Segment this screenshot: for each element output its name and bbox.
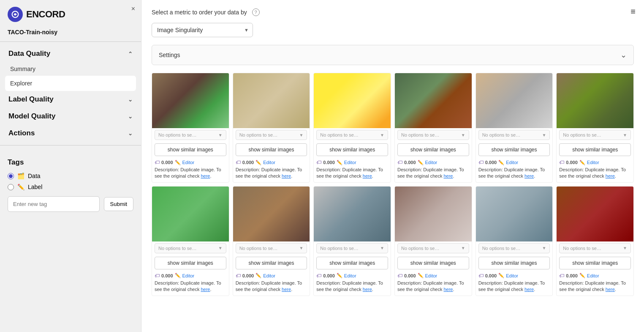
select-arrow-icon: ▼: [542, 133, 546, 137]
chevron-up-icon: ⌃: [128, 51, 133, 57]
hamburger-menu-icon[interactable]: ≡: [630, 7, 636, 16]
image-card: No options to se… ▼ show similar images …: [152, 186, 229, 296]
here-link[interactable]: here: [443, 173, 453, 178]
here-link[interactable]: here: [524, 173, 534, 178]
sidebar-item-explorer[interactable]: Explorer: [5, 76, 136, 91]
card-select[interactable]: No options to se… ▼: [478, 130, 550, 140]
show-similar-button[interactable]: show similar images: [397, 257, 469, 269]
card-select[interactable]: No options to se… ▼: [559, 130, 631, 140]
image-card: No options to se… ▼ show similar images …: [152, 73, 229, 183]
here-link[interactable]: here: [282, 287, 291, 292]
tag-data-emoji: 🗂️: [17, 173, 24, 179]
editor-link[interactable]: Editor: [182, 273, 195, 278]
card-description: Description: Duplicate image. To see the…: [316, 167, 388, 180]
editor-link[interactable]: Editor: [587, 273, 599, 278]
close-button[interactable]: ×: [131, 5, 135, 13]
image-card: No options to se… ▼ show similar images …: [394, 186, 472, 296]
show-similar-button[interactable]: show similar images: [155, 257, 226, 269]
tag-option-label[interactable]: ✏️ Label: [8, 184, 133, 190]
editor-link[interactable]: Editor: [263, 160, 275, 165]
tag-icon: 🏷: [397, 273, 402, 279]
card-score-row: 🏷 0.000 ✏️ Editor: [236, 159, 307, 165]
tag-icon: 🏷: [478, 159, 484, 165]
image-card: No options to se… ▼ show similar images …: [233, 186, 310, 296]
editor-link[interactable]: Editor: [263, 273, 275, 278]
sidebar: × ENCORD TACO-Train-noisy Data Quality ⌃…: [0, 0, 141, 332]
here-link[interactable]: here: [201, 287, 210, 292]
card-score-row: 🏷 0.000 ✏️ Editor: [559, 159, 631, 165]
app-title: ENCORD: [26, 9, 65, 20]
show-similar-button[interactable]: show similar images: [236, 143, 307, 156]
model-quality-header[interactable]: Model Quality ⌄: [5, 108, 136, 125]
show-similar-button[interactable]: show similar images: [478, 257, 550, 269]
show-similar-button[interactable]: show similar images: [236, 257, 307, 269]
editor-link[interactable]: Editor: [506, 160, 518, 165]
sidebar-item-summary[interactable]: Summary: [5, 62, 136, 76]
here-link[interactable]: here: [443, 287, 453, 292]
settings-bar[interactable]: Settings ⌄: [152, 45, 634, 65]
card-description: Description: Duplicate image. To see the…: [559, 167, 631, 180]
tag-icon: 🏷: [236, 273, 241, 279]
card-score: 0.000: [242, 273, 254, 278]
here-link[interactable]: here: [201, 173, 210, 178]
show-similar-button[interactable]: show similar images: [559, 143, 631, 156]
here-link[interactable]: here: [524, 287, 534, 292]
help-icon[interactable]: ?: [252, 8, 260, 16]
here-link[interactable]: here: [282, 173, 291, 178]
tag-input[interactable]: [8, 196, 100, 212]
pencil-icon: ✏️: [255, 273, 261, 278]
here-link[interactable]: here: [606, 173, 615, 178]
card-select[interactable]: No options to se… ▼: [397, 243, 469, 253]
card-select-wrapper: No options to se… ▼: [476, 128, 553, 142]
card-select[interactable]: No options to se… ▼: [478, 243, 550, 253]
show-similar-button[interactable]: show similar images: [316, 257, 388, 269]
card-select[interactable]: No options to se… ▼: [397, 130, 469, 140]
tag-radio-data[interactable]: [8, 173, 14, 179]
show-similar-button[interactable]: show similar images: [559, 257, 631, 269]
editor-link[interactable]: Editor: [344, 160, 356, 165]
show-similar-button[interactable]: show similar images: [316, 143, 388, 156]
tag-option-data[interactable]: 🗂️ Data: [8, 173, 133, 179]
card-score: 0.000: [566, 160, 578, 165]
chevron-down-icon: ⌄: [128, 96, 133, 103]
tag-radio-label[interactable]: [8, 184, 14, 190]
card-select[interactable]: No options to se… ▼: [316, 243, 388, 253]
card-select[interactable]: No options to se… ▼: [155, 243, 226, 253]
tag-icon: 🏷: [478, 273, 484, 279]
card-score-row: 🏷 0.000 ✏️ Editor: [478, 273, 550, 279]
label-quality-header[interactable]: Label Quality ⌄: [5, 91, 136, 108]
here-link[interactable]: here: [606, 287, 615, 292]
pencil-icon: ✏️: [175, 273, 181, 278]
actions-header[interactable]: Actions ⌄: [5, 125, 136, 142]
show-similar-button[interactable]: show similar images: [155, 143, 226, 156]
card-select[interactable]: No options to se… ▼: [559, 243, 631, 253]
pencil-icon: ✏️: [337, 273, 342, 278]
select-arrow-icon: ▼: [299, 246, 303, 250]
editor-link[interactable]: Editor: [344, 273, 356, 278]
show-similar-button[interactable]: show similar images: [397, 143, 469, 156]
metric-select[interactable]: Image Singularity: [152, 23, 253, 37]
editor-link[interactable]: Editor: [182, 160, 195, 165]
select-arrow-icon: ▼: [380, 133, 384, 137]
here-link[interactable]: here: [363, 287, 372, 292]
select-arrow-icon: ▼: [461, 133, 465, 137]
card-score: 0.000: [161, 273, 173, 278]
actions-section: Actions ⌄: [0, 125, 141, 142]
pencil-icon: ✏️: [418, 273, 424, 278]
card-score: 0.000: [323, 160, 335, 165]
here-link[interactable]: here: [363, 173, 372, 178]
show-similar-button[interactable]: show similar images: [478, 143, 550, 156]
editor-link[interactable]: Editor: [425, 273, 437, 278]
card-select[interactable]: No options to se… ▼: [316, 130, 388, 140]
card-select[interactable]: No options to se… ▼: [236, 130, 307, 140]
tag-icon: 🏷: [236, 159, 241, 165]
editor-link[interactable]: Editor: [506, 273, 518, 278]
submit-button[interactable]: Submit: [104, 197, 133, 211]
image-thumbnail: [233, 73, 310, 128]
editor-link[interactable]: Editor: [587, 160, 599, 165]
data-quality-header[interactable]: Data Quality ⌃: [5, 45, 136, 62]
card-select[interactable]: No options to se… ▼: [236, 243, 307, 253]
editor-link[interactable]: Editor: [425, 160, 437, 165]
card-select[interactable]: No options to se… ▼: [155, 130, 226, 140]
select-arrow-icon: ▼: [542, 246, 546, 250]
